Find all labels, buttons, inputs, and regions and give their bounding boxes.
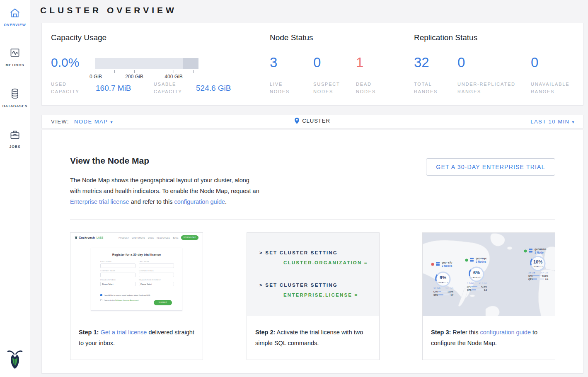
replication-status-title: Replication Status xyxy=(414,33,477,42)
suspect-nodes-label: SUSPECTNODES xyxy=(313,80,340,95)
mini-submit-button: SUBMIT xyxy=(154,300,172,305)
home-icon xyxy=(9,7,21,18)
under-replicated-label: UNDER-REPLICATEDRANGES xyxy=(457,80,515,95)
chevron-down-icon: ▾ xyxy=(572,120,575,124)
svg-text:0.0: 0.0 xyxy=(484,289,487,291)
svg-text:geo=nyc: geo=nyc xyxy=(476,257,487,260)
mini-form-title: Register for a 30-day trial license xyxy=(91,253,182,256)
svg-text:10%: 10% xyxy=(533,259,542,264)
svg-text:geo=sfo: geo=sfo xyxy=(442,261,452,264)
sql-line-1-arg: CLUSTER.ORGANIZATION = xyxy=(283,260,368,265)
svg-text:geo=ams: geo=ams xyxy=(535,248,547,251)
mini-download-button: DOWNLOAD xyxy=(181,235,198,240)
svg-text:3.7 GiB: 3.7 GiB xyxy=(467,282,474,285)
usable-capacity-value: 524.6 GiB xyxy=(196,84,231,93)
step-3-caption: Step 3: Refer this configuration guide t… xyxy=(423,316,555,348)
total-ranges-value: 32 xyxy=(414,55,429,70)
live-nodes-label: LIVENODES xyxy=(270,80,290,95)
briefcase-icon xyxy=(9,129,21,140)
svg-text:35.1 GiB: 35.1 GiB xyxy=(445,287,454,290)
page-title: CLUSTER OVERVIEW xyxy=(40,5,177,15)
node-status-title: Node Status xyxy=(270,33,313,42)
used-capacity-value: 160.7 MiB xyxy=(96,84,131,93)
map-pin-icon xyxy=(295,118,299,124)
sql-line-2-arg: ENTERPRISE.LICENSE = xyxy=(283,292,358,297)
capacity-bar xyxy=(95,58,198,69)
sidebar-item-label: JOBS xyxy=(0,145,30,149)
sidebar: OVERVIEW METRICS DATABASES JOBS xyxy=(0,0,30,377)
sidebar-item-databases[interactable]: DATABASES xyxy=(0,80,30,112)
svg-text:CPU: CPU xyxy=(528,275,533,277)
svg-text:11.0%: 11.0% xyxy=(448,290,453,293)
capacity-used-percent: 0.0% xyxy=(51,56,79,70)
used-capacity-label: USEDCAPACITY xyxy=(51,80,80,95)
svg-text:6%: 6% xyxy=(473,270,480,275)
sidebar-item-metrics[interactable]: METRICS xyxy=(0,40,30,71)
cluster-summary-panel: Capacity Usage Node Status Replication S… xyxy=(41,23,583,106)
time-range-dropdown[interactable]: LAST 10 MIN▾ xyxy=(530,118,575,125)
cockroach-labs-logo: CockroachLABS xyxy=(75,236,103,239)
node-map-onboarding-panel: View the Node Map The Node Map shows the… xyxy=(41,130,583,374)
mini-register-form: Register for a 30-day trial license FIRS… xyxy=(91,248,182,311)
sql-line-1: > SET CLUSTER SETTING xyxy=(259,250,338,255)
usable-capacity-label: USABLECAPACITY xyxy=(154,80,182,95)
svg-text:0.4: 0.4 xyxy=(545,278,548,280)
get-trial-license-link[interactable]: Get a trial license xyxy=(100,329,147,336)
mini-map-region-ams: geo=ams 1 Node 10% CAPACITY 3.6 GiB 36.4… xyxy=(524,248,549,280)
dead-nodes-value: 1 xyxy=(356,55,363,70)
svg-text:36.4 GiB: 36.4 GiB xyxy=(540,271,549,274)
metrics-icon xyxy=(9,48,21,58)
sidebar-item-label: DATABASES xyxy=(0,104,30,108)
step-2-caption: Step 2: Activate the trial license with … xyxy=(247,316,379,348)
svg-text:CPU: CPU xyxy=(433,290,438,293)
svg-text:53.8%: 53.8% xyxy=(542,275,549,277)
database-icon xyxy=(9,88,21,99)
node-map-thumbnail: geo=sfo 2 Nodes 9% CAPACITY 3.2 GiB 35.1… xyxy=(423,233,555,316)
view-toolbar: VIEW: NODE MAP▾ CLUSTER LAST 10 MIN▾ xyxy=(41,115,583,128)
svg-text:QPS: QPS xyxy=(467,289,472,291)
svg-text:43.7 GiB: 43.7 GiB xyxy=(479,282,487,285)
svg-text:CAPACITY: CAPACITY xyxy=(438,281,448,283)
step-2-card: > SET CLUSTER SETTING CLUSTER.ORGANIZATI… xyxy=(247,232,380,360)
svg-text:CPU: CPU xyxy=(467,285,472,288)
sql-commands-thumbnail: > SET CLUSTER SETTING CLUSTER.ORGANIZATI… xyxy=(247,233,379,316)
live-nodes-value: 3 xyxy=(270,55,277,70)
cockroachdb-logo xyxy=(7,349,23,371)
svg-text:QPS: QPS xyxy=(433,294,438,296)
svg-text:1 Node: 1 Node xyxy=(535,251,544,254)
capacity-bar-ticks xyxy=(95,70,198,73)
enterprise-trial-button[interactable]: GET A 30-DAY ENTERPRISE TRIAL xyxy=(426,158,555,176)
svg-text:CAPACITY: CAPACITY xyxy=(472,276,482,278)
node-map-description: The Node Map shows the geographical layo… xyxy=(70,175,260,207)
unavailable-ranges-value: 0 xyxy=(531,55,538,70)
cockroach-bug-icon xyxy=(75,236,77,239)
svg-text:3.6 GiB: 3.6 GiB xyxy=(528,271,535,274)
node-map-title: View the Node Map xyxy=(70,156,149,166)
mini-checkbox-updates: I would like to receive email updates ab… xyxy=(100,294,150,296)
mini-checkbox-license: I agree to the Software License Agreemen… xyxy=(100,299,139,301)
step-1-caption: Step 1: Get a trial license delivered st… xyxy=(70,316,203,348)
sql-line-2: > SET CLUSTER SETTING xyxy=(259,283,338,288)
sidebar-item-overview[interactable]: OVERVIEW xyxy=(0,0,30,31)
sidebar-item-label: OVERVIEW xyxy=(0,23,30,27)
configuration-guide-link[interactable]: configuration guide xyxy=(174,198,225,205)
step-1-card: CockroachLABS PRODUCT CUSTOMERS DOCS RES… xyxy=(70,232,203,360)
suspect-nodes-value: 0 xyxy=(313,55,321,70)
sidebar-item-jobs[interactable]: JOBS xyxy=(0,121,30,153)
svg-text:9%: 9% xyxy=(440,275,446,280)
trial-license-form-thumbnail: CockroachLABS PRODUCT CUSTOMERS DOCS RES… xyxy=(70,233,203,316)
enterprise-trial-license-link[interactable]: Enterprise trial license xyxy=(70,198,129,205)
svg-text:QPS: QPS xyxy=(528,278,533,280)
section-divider xyxy=(70,219,555,220)
cluster-breadcrumb[interactable]: CLUSTER xyxy=(295,118,330,124)
configuration-guide-link-2[interactable]: configuration guide xyxy=(480,329,531,336)
svg-text:4.7: 4.7 xyxy=(450,294,453,296)
mini-nav-links: PRODUCT CUSTOMERS DOCS RESOURCES BLOG xyxy=(119,237,179,239)
svg-text:3.2 GiB: 3.2 GiB xyxy=(433,287,440,290)
svg-text:2 Nodes: 2 Nodes xyxy=(476,260,486,263)
svg-text:CAPACITY: CAPACITY xyxy=(533,266,543,268)
step-3-card: geo=sfo 2 Nodes 9% CAPACITY 3.2 GiB 35.1… xyxy=(422,232,555,360)
under-replicated-value: 0 xyxy=(457,55,465,70)
svg-text:42.5%: 42.5% xyxy=(481,285,487,288)
unavailable-ranges-label: UNAVAILABLERANGES xyxy=(531,80,569,95)
